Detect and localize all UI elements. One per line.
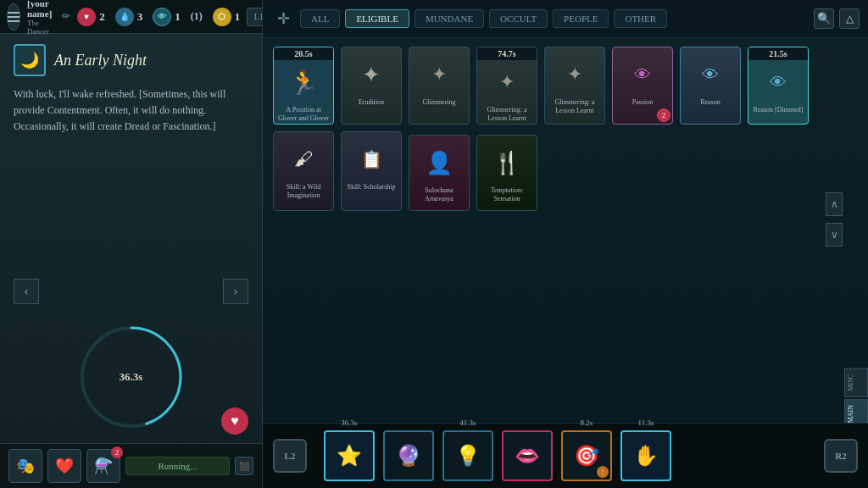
action-bar: L2 36.3s ⭐ 🔮 41.3s 💡 👄 8.2s 🎯 bbox=[263, 423, 868, 488]
triangle-button[interactable]: △ bbox=[839, 8, 860, 29]
action-slot-3[interactable]: 41.3s 💡 bbox=[442, 430, 493, 481]
slot-2-icon: 🔮 bbox=[396, 444, 421, 468]
card-label-erudition: Erudition bbox=[356, 97, 387, 108]
search-button[interactable]: 🔍 bbox=[814, 8, 834, 29]
eye-count: 1 bbox=[175, 10, 181, 24]
card-glimmering-lesson1[interactable]: 74.7s ✦ Glimmering: a Lesson Learnt bbox=[476, 47, 537, 125]
card-image-glimmering-lesson2: ✦ bbox=[545, 53, 604, 97]
filter-occult[interactable]: OCCULT bbox=[489, 9, 548, 28]
eye-icon: 👁 bbox=[153, 8, 171, 26]
card-image-reason-dimmed: 👁 bbox=[748, 60, 808, 104]
card-label-passion: Passion bbox=[630, 97, 655, 108]
stop-button[interactable]: ⬛ bbox=[235, 457, 253, 475]
inventory-item-mask[interactable]: 🎭 bbox=[8, 449, 42, 483]
card-image-glimmering-lesson1: ✦ bbox=[477, 60, 537, 104]
inventory-item-potion[interactable]: ⚗️ 2 bbox=[86, 449, 120, 483]
filter-other[interactable]: OTHER bbox=[614, 9, 667, 28]
timer-section: 36.3s ♥ bbox=[0, 311, 262, 443]
hamburger-icon bbox=[8, 12, 19, 22]
card-image-passion: 👁 bbox=[613, 53, 672, 97]
card-timer-position: 20.5s bbox=[274, 47, 333, 60]
card-reason[interactable]: 👁 Reason bbox=[680, 47, 741, 125]
card-passion[interactable]: 👁 Passion 2 bbox=[612, 47, 673, 125]
card-label-skill-scholarship: Skill: Scholarship bbox=[344, 181, 398, 193]
event-icon: 🌙 bbox=[14, 44, 46, 76]
player-title: The Dancer bbox=[27, 19, 52, 36]
player-info: [your name] The Dancer bbox=[27, 0, 52, 36]
eye-bracket-resource: (1) bbox=[191, 10, 203, 23]
card-label-reason: Reason bbox=[698, 97, 723, 108]
running-status: Running... bbox=[125, 457, 230, 475]
card-image-glimmering: ✦ bbox=[409, 53, 469, 97]
action-slot-4[interactable]: 👄 bbox=[502, 430, 553, 481]
event-description: With luck, I'll wake refreshed. [Sometim… bbox=[14, 86, 248, 136]
potion-badge: 2 bbox=[111, 446, 123, 458]
eye-bracket-count: (1) bbox=[191, 10, 203, 23]
timer-label: 36.3s bbox=[120, 370, 143, 384]
menu-button[interactable] bbox=[7, 3, 20, 30]
card-image-skill-scholarship: 📋 bbox=[342, 137, 401, 181]
card-erudition[interactable]: ✦ Erudition bbox=[341, 47, 402, 125]
slot-5-timer: 8.2s bbox=[581, 419, 593, 427]
heart-icon: ♥ bbox=[77, 8, 96, 26]
blue-count: 3 bbox=[137, 10, 143, 24]
card-glimmering[interactable]: ✦ Glimmering bbox=[409, 47, 470, 125]
next-arrow[interactable]: › bbox=[223, 279, 248, 304]
card-reason-dimmed[interactable]: 21.5s 👁 Reason [Dimmed] bbox=[748, 47, 809, 125]
card-image-sulochana: 👤 bbox=[409, 141, 469, 185]
misc-tab[interactable]: MISC bbox=[844, 369, 868, 397]
filter-all[interactable]: ALL bbox=[300, 9, 340, 28]
card-glimmering-lesson2[interactable]: ✦ Glimmering: a Lesson Learnt bbox=[544, 47, 605, 125]
heart-button[interactable]: ♥ bbox=[221, 408, 248, 435]
side-tabs: MISC MAIN bbox=[844, 37, 868, 488]
event-panel: 🌙 An Early Night With luck, I'll wake re… bbox=[0, 34, 262, 272]
blue-icon: 💧 bbox=[115, 8, 134, 26]
card-image-position: 🏃 bbox=[274, 60, 333, 104]
slot-1-timer: 36.3s bbox=[341, 419, 357, 427]
filter-eligible[interactable]: ELIGIBLE bbox=[345, 9, 409, 28]
slot-5-icon: 🎯 bbox=[574, 444, 599, 468]
inventory-bar: 🎭 ❤️ ⚗️ 2 Running... ⬛ bbox=[0, 443, 262, 488]
nav-arrows: ‹ › bbox=[0, 272, 262, 311]
card-label-temptation: Temptation: Sensation bbox=[477, 185, 537, 204]
card-skill-wild[interactable]: 🖌 Skill: a Wild Imagination bbox=[273, 131, 334, 211]
edit-icon[interactable]: ✏ bbox=[62, 10, 70, 23]
filter-people[interactable]: PEOPLE bbox=[553, 9, 609, 28]
eye-resource: 👁 1 bbox=[153, 8, 181, 26]
heart-resource: ♥ 2 bbox=[77, 8, 105, 26]
slot-4-icon: 👄 bbox=[515, 444, 540, 468]
card-skill-scholarship[interactable]: 📋 Skill: Scholarship bbox=[341, 131, 402, 211]
filter-mundane[interactable]: MUNDANE bbox=[415, 9, 484, 28]
gold-count: 1 bbox=[235, 10, 241, 24]
gold-resource: ⬡ 1 bbox=[213, 8, 241, 26]
card-image-temptation: 🍴 bbox=[477, 141, 537, 185]
card-timer-glimmering: 74.7s bbox=[477, 47, 537, 60]
action-slot-2[interactable]: 🔮 bbox=[383, 430, 434, 481]
dpad-icon: ✛ bbox=[271, 7, 295, 30]
top-bar: [your name] The Dancer ✏ ♥ 2 💧 3 👁 1 bbox=[0, 0, 262, 34]
inventory-item-heart[interactable]: ❤️ bbox=[47, 449, 81, 483]
blue-resource: 💧 3 bbox=[115, 8, 143, 26]
passion-badge: 2 bbox=[657, 108, 670, 122]
prev-arrow[interactable]: ‹ bbox=[14, 279, 39, 304]
right-panel: ✛ ALL ELIGIBLE MUNDANE OCCULT PEOPLE OTH… bbox=[263, 0, 868, 488]
resources-bar: ♥ 2 💧 3 👁 1 (1) ⬡ 1 bbox=[77, 8, 240, 26]
main-container: [your name] The Dancer ✏ ♥ 2 💧 3 👁 1 bbox=[0, 0, 868, 488]
slot-3-icon: 💡 bbox=[455, 444, 481, 468]
down-arrow[interactable]: ∨ bbox=[826, 223, 843, 247]
r2-button[interactable]: R2 bbox=[824, 439, 858, 473]
card-label-glimmering: Glimmering bbox=[420, 97, 458, 108]
card-temptation[interactable]: 🍴 Temptation: Sensation bbox=[476, 135, 537, 211]
card-position[interactable]: 20.5s 🏃 A Position at Glover and Glover bbox=[273, 47, 334, 125]
slot-3-timer: 41.3s bbox=[459, 419, 476, 427]
player-name: [your name] bbox=[27, 0, 52, 19]
action-slot-5[interactable]: 8.2s 🎯 ! bbox=[561, 430, 612, 481]
action-slot-1[interactable]: 36.3s ⭐ bbox=[324, 430, 375, 481]
up-arrow[interactable]: ∧ bbox=[826, 192, 843, 216]
card-image-skill-wild: 🖌 bbox=[274, 137, 333, 181]
card-label-reason-dimmed: Reason [Dimmed] bbox=[751, 104, 806, 116]
l2-button[interactable]: L2 bbox=[273, 439, 307, 473]
card-sulochana[interactable]: 👤 Sulochana Amavasya bbox=[409, 135, 470, 211]
cards-area: 20.5s 🏃 A Position at Glover and Glover … bbox=[263, 38, 868, 423]
action-slot-6[interactable]: 11.3s ✋ bbox=[620, 430, 671, 481]
